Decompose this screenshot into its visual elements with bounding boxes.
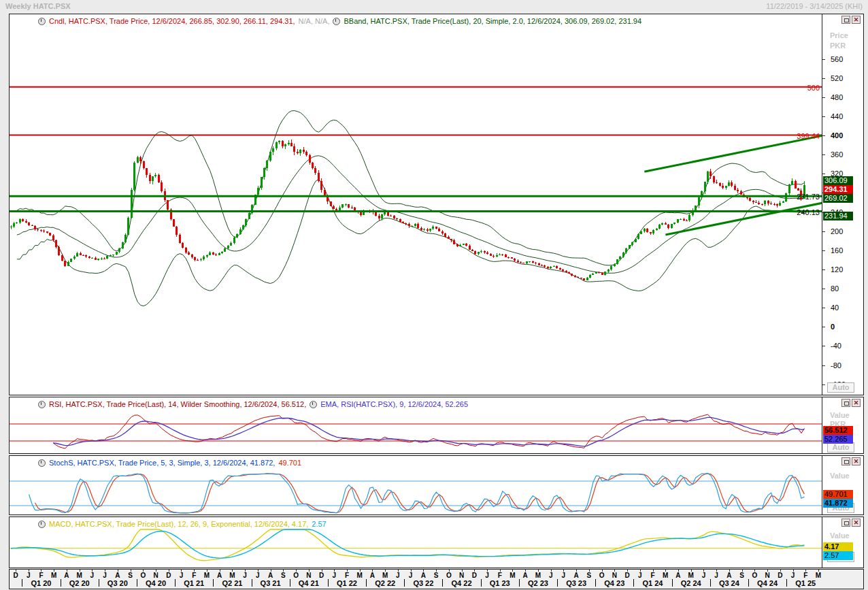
macd-legend: MACD, HATC.PSX, Trade Price(Last), 12, 2… xyxy=(10,518,327,530)
macd-chart-canvas[interactable] xyxy=(10,529,822,568)
bband-indicator-icon[interactable] xyxy=(333,18,340,25)
month-label: S xyxy=(434,572,439,579)
quarter-separator xyxy=(595,579,596,587)
month-label: N xyxy=(153,572,158,579)
price-axis-tick-label: 80 xyxy=(831,284,839,293)
month-label: A xyxy=(421,572,426,579)
close-icon[interactable]: ✕ xyxy=(852,399,861,407)
month-label: A xyxy=(64,572,69,579)
rsi-ema-indicator-icon[interactable] xyxy=(310,401,317,408)
restore-button[interactable] xyxy=(841,457,850,465)
quarter-separator xyxy=(290,579,290,587)
price-axis-tick xyxy=(822,327,825,327)
quarter-label: Q3 22 xyxy=(413,579,433,587)
price-axis-tick xyxy=(822,135,825,136)
close-icon[interactable]: ✕ xyxy=(852,457,861,465)
quarter-label: Q1 24 xyxy=(643,579,663,587)
restore-button[interactable] xyxy=(841,519,850,527)
price-axis-tick xyxy=(822,154,825,155)
price-axis-tick xyxy=(822,308,825,308)
legend-macd-signal: 2.57 xyxy=(312,520,326,528)
legend-stoch-d: 49.701 xyxy=(278,459,301,467)
close-icon[interactable]: ✕ xyxy=(852,16,861,24)
rsi-auto-button[interactable]: Auto xyxy=(827,442,854,453)
stochastic-chart-canvas[interactable] xyxy=(10,468,822,514)
stoch-axis-border xyxy=(822,456,822,514)
month-label: D xyxy=(778,572,782,579)
stoch-pane-controls: ✕ xyxy=(841,457,861,465)
quarter-separator xyxy=(748,579,749,587)
restore-button[interactable] xyxy=(841,399,850,407)
quarter-label: Q3 23 xyxy=(566,579,586,587)
window-date-range: 11/22/2019 - 3/14/2025 (KHI) xyxy=(766,2,863,10)
trend-line xyxy=(644,134,822,171)
month-label: J xyxy=(791,572,795,579)
price-axis-tick xyxy=(822,346,825,346)
quarter-separator xyxy=(442,579,443,587)
month-label: J xyxy=(396,572,400,579)
time-axis-pane[interactable]: DJFMAMJJASONDJFMAMJJASONDJFMAMJJASONDJFM… xyxy=(9,569,864,589)
quarter-label: Q1 23 xyxy=(490,579,510,587)
month-label: J xyxy=(409,572,413,579)
macd-axis-caption: Value xyxy=(830,531,850,540)
axis-value-badge: 294.31 xyxy=(823,185,853,194)
stoch-k-line xyxy=(29,474,805,513)
window-titlebar[interactable]: Weekly HATC.PSX 11/22/2019 - 3/14/2025 (… xyxy=(0,0,868,13)
month-label: F xyxy=(498,572,502,579)
price-axis-tick xyxy=(822,384,825,385)
price-axis-tick-label: 0 xyxy=(831,323,835,331)
quarter-separator xyxy=(786,579,787,587)
month-label: J xyxy=(256,572,260,579)
quarter-label: Q4 23 xyxy=(604,579,624,587)
month-label: J xyxy=(243,572,247,579)
price-line-label: 399.44 xyxy=(797,132,820,140)
macd-pane-controls: ✕ xyxy=(841,519,861,527)
axis-value-badge: 306.09 xyxy=(823,176,853,185)
legend-bband: BBand, HATC.PSX, Trade Price(Last), 20, … xyxy=(344,17,641,25)
month-label: F xyxy=(192,572,196,579)
month-label: J xyxy=(332,572,336,579)
price-axis-tick xyxy=(822,59,825,60)
rsi-axis-caption: Value xyxy=(830,411,850,419)
price-axis-tick xyxy=(822,174,825,174)
quarter-label: Q2 24 xyxy=(681,579,701,587)
month-label: S xyxy=(281,572,286,579)
stochastic-pane: StochS, HATC.PSX, Trade Price, 5, 3, Sim… xyxy=(9,455,864,515)
stoch-indicator-icon[interactable] xyxy=(38,459,46,467)
quarter-label: Q3 20 xyxy=(107,579,128,587)
month-label: J xyxy=(90,572,95,579)
price-line-label: 240.13 xyxy=(797,208,820,216)
month-label: A xyxy=(675,572,680,579)
rsi-line xyxy=(53,414,804,448)
month-label: M xyxy=(382,572,388,579)
quarter-label: Q2 20 xyxy=(69,579,90,587)
candle-indicator-icon[interactable] xyxy=(38,18,46,25)
price-axis-tick xyxy=(822,78,825,79)
month-label: J xyxy=(638,572,642,579)
month-label: J xyxy=(714,572,718,579)
month-label: M xyxy=(535,572,541,579)
month-label: N xyxy=(765,572,769,579)
rsi-chart-canvas[interactable] xyxy=(10,409,822,453)
quarter-separator xyxy=(710,579,711,587)
month-label: F xyxy=(650,572,654,579)
quarter-label: Q1 21 xyxy=(184,579,204,587)
quarter-label: Q3 21 xyxy=(261,579,281,587)
axis-value-badge: 4.17 xyxy=(823,542,853,551)
close-icon[interactable]: ✕ xyxy=(852,519,861,527)
stoch-d-line xyxy=(35,474,805,513)
price-chart-canvas[interactable] xyxy=(10,28,822,394)
price-axis-tick-label: 440 xyxy=(831,112,843,120)
month-label: S xyxy=(587,572,592,579)
month-label: M xyxy=(51,572,56,579)
month-label: A xyxy=(115,572,120,579)
rsi-legend: RSI, HATC.PSX, Trade Price(Last), 14, Wi… xyxy=(10,398,468,410)
price-auto-button[interactable]: Auto xyxy=(827,382,854,393)
restore-button[interactable] xyxy=(841,16,850,24)
price-axis-tick xyxy=(822,231,825,232)
macd-indicator-icon[interactable] xyxy=(38,521,46,528)
legend-candle-na: N/A, N/A, xyxy=(299,17,330,25)
quarter-separator xyxy=(366,579,367,587)
rsi-indicator-icon[interactable] xyxy=(38,401,46,408)
month-label: D xyxy=(472,572,477,579)
